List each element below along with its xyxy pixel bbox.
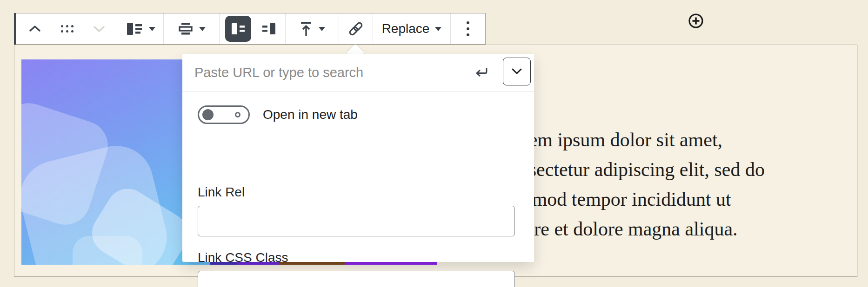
open-in-new-tab-toggle[interactable] — [198, 105, 250, 124]
block-toolbar: Replace — [14, 13, 486, 45]
link-button[interactable] — [347, 13, 365, 44]
link-popover: Open in new tab Link Rel Link CSS Class — [182, 54, 534, 262]
open-in-new-tab-row: Open in new tab — [198, 105, 358, 124]
kebab-menu-icon — [467, 21, 469, 36]
media-text-block-icon — [126, 21, 143, 36]
move-up-button[interactable] — [20, 13, 50, 44]
alignment-icon — [178, 21, 194, 36]
chevron-down-icon — [510, 67, 523, 76]
media-on-left-icon — [230, 22, 246, 36]
open-in-new-tab-label: Open in new tab — [263, 107, 358, 122]
media-on-right-icon — [261, 22, 277, 36]
link-rel-input[interactable] — [198, 206, 515, 236]
link-settings-expand-button[interactable] — [503, 58, 531, 85]
drag-handle-icon — [61, 25, 73, 33]
add-block-button[interactable] — [687, 12, 705, 30]
chevron-down-icon — [92, 24, 106, 33]
url-row — [182, 54, 534, 92]
replace-button[interactable]: Replace — [382, 13, 442, 44]
editor-canvas: Lorem ipsum dolor sit amet, consectetur … — [0, 0, 868, 287]
paragraph-line: Lorem ipsum dolor sit amet, — [501, 125, 765, 155]
move-down-button[interactable] — [84, 13, 114, 44]
toggle-indicator — [235, 112, 240, 117]
chevron-down-icon — [435, 27, 441, 31]
link-icon — [347, 20, 365, 38]
vertical-align-button[interactable] — [299, 13, 325, 44]
chevron-up-icon — [28, 24, 42, 33]
replace-button-label: Replace — [382, 21, 430, 36]
link-css-class-label: Link CSS Class — [198, 250, 288, 265]
link-rel-label: Link Rel — [198, 185, 245, 200]
paragraph-text[interactable]: Lorem ipsum dolor sit amet, consectetur … — [501, 125, 765, 244]
image-shape — [73, 236, 142, 265]
block-type-button[interactable] — [126, 13, 155, 44]
media-on-right-button[interactable] — [256, 13, 282, 44]
toggle-thumb — [202, 109, 214, 120]
paragraph-line: consectetur adipiscing elit, sed do — [501, 155, 765, 184]
enter-arrow-icon — [473, 65, 489, 83]
link-css-class-input[interactable] — [198, 271, 515, 287]
paragraph-line: eiusmod tempor incididunt ut — [501, 184, 765, 214]
plus-circle-icon — [687, 12, 705, 30]
drag-handle[interactable] — [50, 13, 84, 44]
vertical-align-top-icon — [299, 20, 313, 37]
paragraph-line: labore et dolore magna aliqua. — [501, 214, 765, 244]
alignment-button[interactable] — [178, 13, 206, 44]
options-button[interactable] — [451, 13, 485, 44]
url-search-input[interactable] — [194, 65, 456, 81]
media-on-left-button[interactable] — [225, 16, 251, 42]
chevron-down-icon — [199, 27, 206, 31]
chevron-down-icon — [319, 27, 325, 31]
chevron-down-icon — [149, 27, 155, 31]
